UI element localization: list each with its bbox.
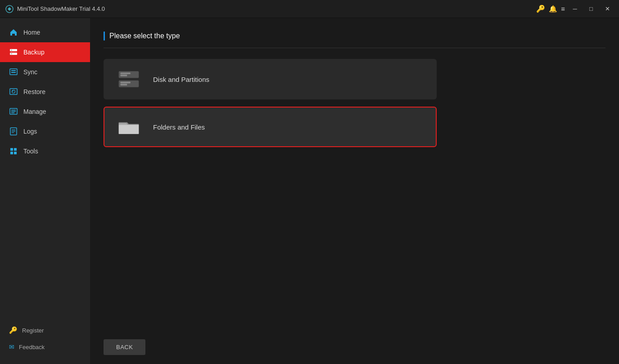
content-area: Please select the type Disk and Partitio… (90, 18, 619, 364)
svg-rect-15 (12, 130, 15, 130)
svg-rect-13 (11, 112, 14, 113)
sidebar-item-restore[interactable]: Restore (0, 82, 90, 102)
card-folders-files[interactable]: Folders and Files (104, 107, 437, 147)
svg-rect-16 (12, 131, 15, 131)
svg-rect-19 (14, 148, 17, 151)
svg-rect-17 (12, 132, 14, 133)
svg-rect-28 (119, 125, 139, 134)
disk-partitions-icon (115, 68, 142, 90)
sidebar-bottom: 🔑 Register ✉ Feedback (0, 322, 90, 364)
app-title: MiniTool ShadowMaker Trial 4.4.0 (17, 5, 105, 12)
title-bar: MiniTool ShadowMaker Trial 4.4.0 🔑 🔔 ≡ ─… (0, 0, 619, 18)
bottom-bar: BACK (104, 330, 605, 355)
sidebar-label-restore: Restore (23, 88, 45, 95)
tools-icon (9, 147, 18, 156)
svg-rect-6 (11, 70, 16, 71)
home-icon (9, 28, 18, 37)
sidebar-item-feedback[interactable]: ✉ Feedback (0, 339, 90, 355)
svg-rect-20 (10, 152, 13, 154)
svg-rect-24 (120, 75, 127, 76)
sidebar-label-home: Home (23, 29, 40, 36)
section-title-accent (104, 31, 105, 40)
main-layout: Home Backup (0, 18, 619, 364)
bell-icon[interactable]: 🔔 (549, 5, 557, 13)
logs-icon (9, 127, 18, 136)
title-bar-left: MiniTool ShadowMaker Trial 4.4.0 (5, 5, 105, 13)
backup-icon (9, 48, 18, 57)
minimize-button[interactable]: ─ (569, 4, 581, 14)
sync-icon (9, 67, 18, 76)
svg-rect-11 (11, 110, 16, 111)
menu-icon[interactable]: ≡ (561, 5, 565, 13)
section-title-text: Please select the type (109, 32, 180, 40)
sidebar-item-tools[interactable]: Tools (0, 141, 90, 161)
close-button[interactable]: ✕ (601, 4, 614, 14)
sidebar-label-tools: Tools (23, 148, 38, 155)
sidebar-item-register[interactable]: 🔑 Register (0, 322, 90, 339)
feedback-icon: ✉ (9, 343, 14, 351)
register-label: Register (22, 327, 44, 334)
sidebar-nav: Home Backup (0, 22, 90, 322)
type-cards-container: Disk and Partitions Folders and Files (104, 59, 437, 147)
folders-files-label: Folders and Files (153, 123, 205, 131)
disk-partitions-label: Disk and Partitions (153, 76, 209, 83)
register-icon: 🔑 (9, 326, 18, 334)
svg-rect-8 (10, 89, 17, 94)
sidebar-label-manage: Manage (23, 108, 46, 115)
svg-rect-5 (10, 69, 17, 75)
sidebar: Home Backup (0, 18, 90, 364)
sidebar-label-logs: Logs (23, 128, 37, 135)
restore-icon (9, 87, 18, 96)
sidebar-label-sync: Sync (23, 68, 37, 76)
key-icon[interactable]: 🔑 (536, 4, 545, 13)
back-button[interactable]: BACK (104, 339, 145, 355)
svg-rect-3 (11, 50, 12, 50)
svg-rect-21 (14, 152, 17, 154)
sidebar-item-logs[interactable]: Logs (0, 121, 90, 141)
maximize-button[interactable]: □ (585, 4, 597, 14)
svg-rect-26 (120, 82, 130, 84)
svg-rect-23 (120, 72, 130, 74)
folders-files-icon (115, 116, 142, 138)
manage-icon (9, 107, 18, 116)
svg-rect-4 (11, 54, 12, 54)
sidebar-item-backup[interactable]: Backup (0, 42, 90, 62)
svg-rect-12 (11, 111, 16, 112)
app-icon (5, 5, 14, 13)
card-disk-partitions[interactable]: Disk and Partitions (104, 59, 437, 99)
svg-rect-7 (11, 72, 16, 73)
svg-rect-22 (119, 71, 139, 78)
sidebar-label-backup: Backup (23, 49, 45, 56)
sidebar-item-sync[interactable]: Sync (0, 62, 90, 82)
svg-rect-27 (120, 84, 127, 85)
sidebar-item-home[interactable]: Home (0, 22, 90, 42)
sidebar-item-manage[interactable]: Manage (0, 102, 90, 121)
feedback-label: Feedback (19, 344, 45, 351)
title-bar-extra: 🔑 🔔 ≡ ─ □ ✕ (536, 4, 614, 14)
section-header: Please select the type (104, 31, 605, 48)
svg-rect-18 (10, 148, 13, 151)
